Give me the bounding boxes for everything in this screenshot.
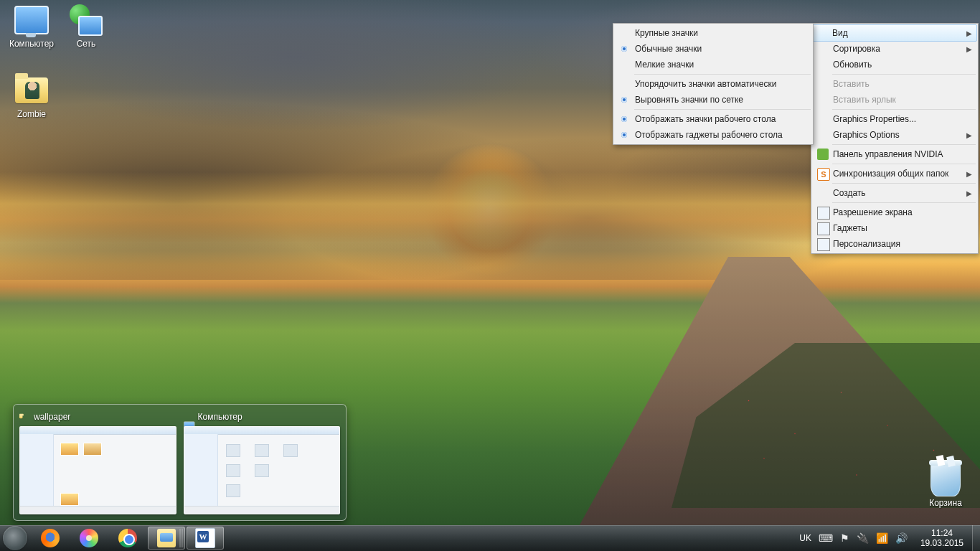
menu-item-paste-shortcut: Вставить ярлык [813,92,976,108]
menu-label: Создать [833,188,866,198]
taskbar-button-paint[interactable] [70,527,108,550]
submenu-item-show-gadgets[interactable]: Отображать гаджеты рабочего стола [615,127,811,143]
submenu-item-small-icons[interactable]: Мелкие значки [615,57,811,72]
volume-icon[interactable]: 🔊 [895,532,908,544]
keyboard-icon[interactable]: ⌨ [819,532,833,544]
menu-item-gfx-properties[interactable]: Graphics Properties... [813,111,976,127]
submenu-item-large-icons[interactable]: Крупные значки [615,25,811,41]
menu-label: Персонализация [833,239,900,249]
desktop-icon-label: Компьютер [4,39,59,49]
preview-window [184,426,341,514]
folder-icon [19,415,22,418]
check-bullet-icon [621,132,627,138]
desktop-icon-label: Корзина [918,498,973,508]
action-center-icon[interactable]: ⚑ [840,532,849,544]
menu-label: Упорядочить значки автоматически [635,79,776,89]
desktop-icon-trash[interactable]: Корзина [918,462,973,508]
desktop-icon-label: Сеть [59,39,113,49]
menu-item-create[interactable]: Создать▶ [813,185,976,201]
menu-label: Отображать гаджеты рабочего стола [635,130,783,140]
menu-separator [832,74,976,75]
desktop-icon-zombie[interactable]: Zombie [4,73,59,119]
explorer-icon [157,529,176,547]
taskbar-button-word[interactable] [187,527,224,550]
menu-item-gfx-options[interactable]: Graphics Options▶ [813,127,976,143]
menu-separator [634,109,811,110]
menu-separator [832,144,976,145]
sync-icon: S [817,168,830,181]
start-button[interactable] [3,526,27,550]
submenu-arrow-icon: ▶ [966,189,972,197]
radio-bullet-icon [621,46,627,52]
submenu-arrow-icon: ▶ [966,29,972,37]
menu-separator [832,202,976,203]
taskbar-preview-panel: wallpaper Компьютер [13,404,347,521]
submenu-item-medium-icons[interactable]: Обычные значки [615,41,811,57]
menu-item-refresh[interactable]: Обновить [813,57,976,72]
network-icon [69,3,103,37]
menu-label: Вставить [833,79,870,89]
submenu-item-align-to-grid[interactable]: Выровнять значки по сетке [615,92,811,108]
check-bullet-icon [621,116,627,122]
menu-item-view[interactable]: Вид▶ [812,24,977,42]
preview-title: Компьютер [198,412,242,422]
nvidia-icon [817,149,829,160]
check-bullet-icon [621,97,627,103]
menu-separator [832,109,976,110]
taskbar-button-explorer[interactable] [148,527,185,550]
taskbar-button-firefox[interactable] [32,527,69,550]
menu-label: Обновить [833,60,872,70]
menu-item-personalize[interactable]: Персонализация [813,236,976,252]
menu-label: Graphics Options [833,130,900,140]
menu-label: Отображать значки рабочего стола [635,114,776,124]
menu-label: Синхронизация общих папок [833,169,948,179]
view-submenu: Крупные значки Обычные значки Мелкие зна… [613,23,814,145]
menu-item-sort[interactable]: Сортировка▶ [813,41,976,57]
menu-separator [634,74,811,75]
chrome-icon [118,529,137,547]
menu-item-gadgets[interactable]: Гаджеты [813,220,976,236]
gadgets-small-icon [817,222,830,235]
menu-label: Вид [832,28,848,38]
trash-icon [928,462,963,496]
show-desktop-button[interactable] [972,525,980,551]
menu-label: Крупные значки [635,28,698,38]
menu-label: Сортировка [833,44,880,54]
menu-label: Гаджеты [833,223,867,233]
menu-separator [832,183,976,184]
computer-icon [14,3,49,37]
menu-item-nvidia[interactable]: Панель управления NVIDIA [813,146,976,162]
desktop-icon-computer[interactable]: Компьютер [4,3,59,49]
tray-time: 11:24 [920,528,963,538]
submenu-item-auto-arrange[interactable]: Упорядочить значки автоматически [615,76,811,92]
menu-item-screen-resolution[interactable]: Разрешение экрана [813,204,976,220]
preview-thumb-wallpaper[interactable]: wallpaper [19,410,176,514]
menu-label: Выровнять значки по сетке [635,95,743,105]
menu-item-paste: Вставить [813,76,976,92]
preview-window [19,426,176,514]
menu-label: Обычные значки [635,44,702,54]
submenu-arrow-icon: ▶ [966,131,972,139]
firefox-icon [41,529,60,547]
taskbar-button-chrome[interactable] [109,527,146,550]
desktop-icon-network[interactable]: Сеть [59,3,113,49]
power-icon[interactable]: 🔌 [857,532,869,544]
submenu-item-show-desktop-icons[interactable]: Отображать значки рабочего стола [615,111,811,127]
menu-item-sync-shared[interactable]: SСинхронизация общих папок▶ [813,166,976,182]
word-icon [195,528,215,548]
preview-thumb-computer[interactable]: Компьютер [184,410,341,514]
desktop[interactable]: Компьютер Сеть Zombie Корзина Вид▶ Сорти… [0,0,980,551]
preview-title: wallpaper [34,412,70,422]
tray-clock[interactable]: 11:24 19.03.2015 [915,528,969,548]
menu-label: Graphics Properties... [833,114,916,124]
language-indicator[interactable]: UK [799,533,811,543]
menu-separator [832,164,976,164]
tray-date: 19.03.2015 [920,538,963,548]
desktop-context-menu: Вид▶ Сортировка▶ Обновить Вставить Встав… [811,23,979,254]
taskbar: UK ⌨ ⚑ 🔌 📶 🔊 11:24 19.03.2015 [0,525,980,551]
menu-label: Мелкие значки [635,60,694,70]
submenu-arrow-icon: ▶ [966,170,972,178]
computer-icon [184,412,194,422]
system-tray: UK ⌨ ⚑ 🔌 📶 🔊 11:24 19.03.2015 [792,528,972,548]
wifi-icon[interactable]: 📶 [876,532,888,544]
